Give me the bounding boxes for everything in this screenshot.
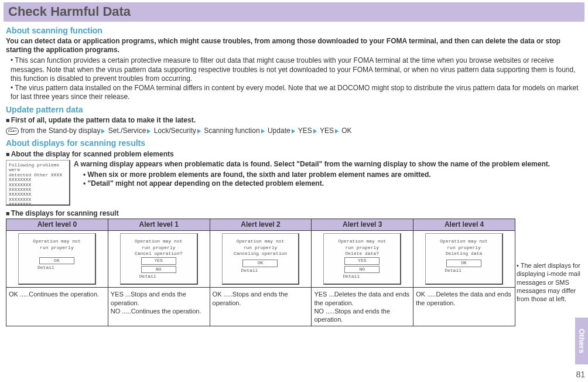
- l2: run properly: [427, 245, 501, 251]
- path-3: Scanning function: [204, 127, 259, 135]
- scanning-heading: About scanning function: [6, 25, 582, 36]
- scanning-bullet-1: The virus pattern data installed on the …: [11, 84, 582, 102]
- warn-bullet-0: When six or more problem elements are fo…: [83, 170, 582, 180]
- side-tab: Others: [575, 318, 588, 364]
- path-1: Set./Service: [108, 127, 146, 135]
- alert-screen-0: Operation may not run properly OK Detail: [18, 233, 96, 285]
- btn-yes: YES: [141, 257, 176, 264]
- btn-no: NO: [344, 266, 380, 273]
- l2: run properly: [224, 245, 298, 251]
- btn-no: NO: [141, 266, 176, 273]
- page-number: 81: [576, 369, 585, 380]
- alert-screen-4: Operation may not run properly Deleting …: [425, 233, 503, 285]
- l1: Operation may not: [325, 238, 399, 244]
- detail: Detail: [445, 268, 501, 274]
- l3: Deleting data: [427, 251, 501, 257]
- detail: Detail: [241, 268, 298, 274]
- th-2: Alert level 2: [210, 219, 312, 231]
- detail: Detail: [139, 274, 196, 279]
- update-subhead: First of all, update the pattern data to…: [6, 116, 582, 125]
- arrow-icon: [261, 129, 265, 134]
- arrow-icon: [101, 129, 105, 134]
- desc-4: OK .....Deletes the data and ends the op…: [413, 288, 515, 326]
- l2: run properly: [325, 245, 399, 251]
- th-1: Alert level 1: [108, 219, 210, 231]
- page-title: Check Harmful Data: [4, 2, 584, 22]
- alert-screen-2: Operation may not run properly Canceling…: [222, 233, 300, 285]
- arrow-icon: [197, 129, 201, 134]
- alert-screen-1: Operation may not run properly Cancel op…: [120, 233, 198, 285]
- path-4: Update: [268, 127, 290, 135]
- desc-0: OK .....Continues the operation.: [6, 288, 108, 326]
- l3: Delete data?: [325, 251, 399, 257]
- desc-2: OK .....Stops and ends the operation.: [210, 288, 312, 326]
- mock-problem-screen: Following problems were detected Other X…: [6, 160, 70, 206]
- l2: run properly: [20, 245, 94, 251]
- th-4: Alert level 4: [413, 219, 515, 231]
- path-0: from the Stand-by display: [20, 127, 100, 135]
- menu-icon: ﾒﾆｭｰ: [6, 128, 19, 135]
- path-7: OK: [341, 127, 351, 135]
- scan-result-table: Alert level 0 Alert level 1 Alert level …: [6, 219, 515, 327]
- btn-ok: OK: [242, 260, 278, 267]
- l1: Operation may not: [224, 238, 298, 244]
- desc-1: YES ...Stops and ends the operation. NO …: [108, 288, 210, 326]
- mock-line1: Following problems were: [9, 163, 67, 173]
- desc-3: YES ...Deletes the data and ends the ope…: [312, 288, 413, 326]
- results-sub2: The displays for scanning result: [6, 209, 582, 219]
- warn-text: A warning display appears when problemat…: [74, 160, 582, 169]
- l3: Cancel operation?: [122, 251, 196, 257]
- arrow-icon: [313, 129, 317, 134]
- alert-screen-3: Operation may not run properly Delete da…: [323, 233, 401, 285]
- btn-ok: OK: [39, 257, 74, 264]
- th-0: Alert level 0: [6, 219, 108, 231]
- path-5: YES: [298, 127, 312, 135]
- update-path: ﾒﾆｭｰ from the Stand-by display Set./Serv…: [6, 127, 582, 136]
- mock-name-5: XXXXXXXX: [9, 202, 67, 207]
- update-heading: Update pattern data: [6, 104, 582, 115]
- l2: run properly: [122, 245, 196, 251]
- l3: Canceling operation: [224, 251, 298, 257]
- results-heading: About displays for scanning results: [6, 138, 582, 148]
- arrow-icon: [147, 129, 151, 134]
- arrow-icon: [292, 129, 295, 134]
- scanning-intro: You can detect data or application progr…: [6, 37, 582, 55]
- detail: Detail: [343, 274, 399, 279]
- l1: Operation may not: [20, 238, 94, 244]
- detail: Detail: [37, 265, 94, 271]
- warn-bullet-1: "Detail" might not appear depending on t…: [83, 179, 582, 189]
- scanning-bullet-0: This scan function provides a certain pr…: [11, 56, 582, 84]
- l1: Operation may not: [427, 238, 501, 244]
- path-6: YES: [320, 127, 334, 135]
- path-2: Lock/Security: [154, 127, 196, 135]
- results-sub1: About the display for scanned problem el…: [6, 150, 582, 159]
- th-3: Alert level 3: [312, 219, 413, 231]
- btn-yes: YES: [344, 257, 380, 264]
- arrow-icon: [335, 129, 339, 134]
- l1: Operation may not: [122, 238, 196, 244]
- btn-ok: OK: [446, 260, 481, 267]
- side-note: • The alert displays for displaying i-mo…: [517, 261, 582, 303]
